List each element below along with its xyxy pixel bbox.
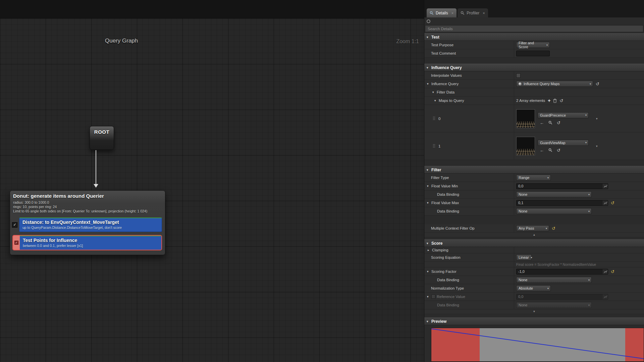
reset-to-default-icon[interactable]: ↺ — [611, 201, 614, 205]
asset-thumbnail[interactable] — [516, 109, 535, 128]
test-comment-input[interactable] — [516, 51, 550, 56]
chevron-down-icon[interactable]: ▾ — [427, 320, 430, 323]
chevron-down-icon[interactable]: ▾ — [427, 168, 430, 172]
advanced-collapse-button[interactable]: ▲ — [424, 233, 644, 237]
chevron-down-icon[interactable]: ▾ — [427, 295, 430, 298]
test-body[interactable]: Distance: to EnvQueryContext_MoveTarget … — [19, 218, 162, 232]
curve-editor-icon[interactable] — [603, 269, 608, 274]
data-binding-dropdown[interactable]: None ▾ — [516, 302, 592, 308]
chevron-down-icon[interactable]: ▾ — [427, 82, 430, 85]
test-row-selected[interactable]: ✓ Test Points for Influence between 0.0 … — [12, 235, 162, 250]
close-icon[interactable]: × — [483, 11, 485, 15]
advanced-expand-button[interactable]: ▼ — [424, 309, 644, 314]
field-label: Float Value Min — [431, 184, 458, 188]
search-row — [424, 25, 644, 33]
browse-asset-icon[interactable] — [548, 121, 552, 125]
dropdown-value: None — [519, 278, 527, 282]
lock-row — [424, 17, 644, 25]
category-test[interactable]: ▾ Test — [424, 33, 644, 41]
row-data-binding: Data Binding None ▾ — [424, 301, 644, 309]
tab-details[interactable]: Details × — [427, 8, 457, 17]
chevron-down-icon: ▾ — [531, 256, 532, 259]
category-influence-query[interactable]: ▾ Influence Query — [424, 64, 644, 71]
asset-dropdown[interactable]: GuardViewMap ▾ — [538, 140, 589, 146]
reset-to-default-icon[interactable]: ↺ — [552, 226, 555, 231]
scoring-equation-dropdown[interactable]: Linear ▾ — [516, 254, 532, 260]
chevron-down-icon[interactable]: ▾ — [427, 201, 430, 204]
multiple-context-filter-op-dropdown[interactable]: Any Pass ▾ — [516, 225, 549, 231]
data-binding-dropdown[interactable]: None ▾ — [516, 191, 592, 197]
element-expander-icon[interactable]: ▾ — [596, 144, 598, 148]
search-details-input[interactable] — [425, 25, 643, 32]
reference-value-input[interactable]: 0,0 — [516, 294, 608, 300]
data-binding-dropdown[interactable]: None ▾ — [516, 208, 592, 214]
chevron-down-icon[interactable]: ▾ — [427, 242, 430, 245]
test-enabled-checkbox[interactable]: ✓ — [14, 241, 18, 245]
curve-editor-icon[interactable] — [603, 200, 608, 205]
reset-to-default-icon[interactable]: ↺ — [611, 269, 614, 274]
chevron-down-icon[interactable]: ▾ — [432, 90, 435, 94]
reset-to-default-icon[interactable]: ↺ — [559, 99, 563, 103]
generator-node[interactable]: Donut: generate items around Querier rad… — [10, 190, 165, 255]
category-score[interactable]: ▾ Score — [424, 239, 644, 247]
category-filter[interactable]: ▾ Filter — [424, 166, 644, 174]
field-label: Data Binding — [437, 303, 459, 307]
float-value-max-input[interactable]: 0,1 — [516, 200, 608, 206]
asset-dropdown[interactable]: GuardPrecence ▾ — [538, 112, 589, 118]
category-preview[interactable]: ▾ Preview — [424, 317, 644, 325]
curve-editor-icon[interactable] — [603, 184, 608, 189]
category-title: Preview — [431, 319, 446, 324]
drag-handle-icon[interactable] — [433, 144, 435, 148]
test-row[interactable]: ✓ Distance: to EnvQueryContext_MoveTarge… — [12, 218, 162, 232]
lock-icon[interactable] — [427, 19, 430, 23]
chevron-down-icon[interactable]: ▾ — [427, 270, 430, 273]
asset-thumbnail[interactable] — [516, 137, 535, 156]
scoring-factor-input[interactable]: -1,0 — [516, 269, 608, 275]
drag-handle-icon[interactable] — [433, 117, 435, 120]
data-binding-dropdown[interactable]: None ▾ — [516, 277, 592, 283]
close-icon[interactable]: × — [451, 11, 453, 15]
use-selected-icon[interactable]: ← — [540, 121, 544, 125]
add-element-icon[interactable]: + — [548, 98, 550, 103]
test-body[interactable]: Test Points for Influence between 0.0 an… — [20, 236, 161, 250]
dropdown-value: None — [519, 192, 527, 196]
equation-hint-text: Final score = ScoringFactor * Normalized… — [516, 262, 596, 266]
chevron-down-icon[interactable]: ▾ — [427, 36, 430, 39]
input-value: -1,0 — [517, 269, 603, 274]
row-data-binding: Data Binding None ▾ — [424, 190, 644, 199]
interpolate-values-checkbox[interactable] — [516, 73, 521, 78]
delete-elements-icon[interactable] — [553, 99, 557, 103]
root-node[interactable]: ROOT — [90, 126, 114, 150]
browse-asset-icon[interactable] — [548, 148, 552, 152]
chevron-down-icon: ▾ — [588, 210, 590, 213]
chevron-down-icon[interactable]: ▾ — [427, 184, 430, 188]
chevron-down-icon[interactable]: ▾ — [434, 99, 437, 102]
chevron-right-icon[interactable]: ▸ — [428, 248, 431, 252]
graph-canvas[interactable]: Query Graph Zoom 1:1 ROOT Donut: generat… — [0, 18, 424, 362]
test-purpose-dropdown[interactable]: Filter and Score ▾ — [516, 42, 550, 48]
tab-profiler[interactable]: Profiler × — [458, 8, 488, 17]
test-enabled-checkbox[interactable]: ✓ — [12, 222, 17, 228]
reference-value-checkbox[interactable] — [431, 295, 435, 299]
filter-type-dropdown[interactable]: Range ▾ — [516, 175, 551, 181]
chevron-down-icon[interactable]: ▾ — [427, 66, 430, 69]
curve-editor-icon — [603, 294, 608, 299]
field-label: Scoring Equation — [431, 255, 461, 259]
details-panel: Details × Profiler × ▾ Test Test Purpose — [424, 0, 644, 362]
generator-detail-line: Limit to 65 angle both sides on [From: Q… — [13, 209, 162, 214]
reset-to-default-icon[interactable]: ↺ — [596, 82, 599, 86]
normalization-type-dropdown[interactable]: Absolute ▾ — [516, 285, 551, 291]
float-value-min-input[interactable]: 0,0 — [516, 183, 608, 189]
reset-to-default-icon[interactable]: ↺ — [557, 121, 560, 125]
field-label: Clamping — [432, 248, 448, 252]
use-selected-icon[interactable]: ← — [540, 148, 544, 153]
row-filter-type: Filter Type Range ▾ — [424, 174, 644, 182]
chevron-down-icon: ▾ — [546, 227, 547, 230]
reset-to-default-icon[interactable]: ↺ — [557, 148, 560, 153]
dropdown-value: Influence Query Maps — [524, 82, 560, 86]
influence-query-dropdown[interactable]: Influence Query Maps ▾ — [516, 81, 593, 87]
query-graph-panel[interactable]: Query Graph Zoom 1:1 ROOT Donut: generat… — [0, 0, 424, 362]
element-expander-icon[interactable]: ▾ — [596, 117, 598, 120]
row-data-binding: Data Binding None ▾ — [424, 207, 644, 216]
dropdown-value: Absolute — [519, 286, 533, 290]
